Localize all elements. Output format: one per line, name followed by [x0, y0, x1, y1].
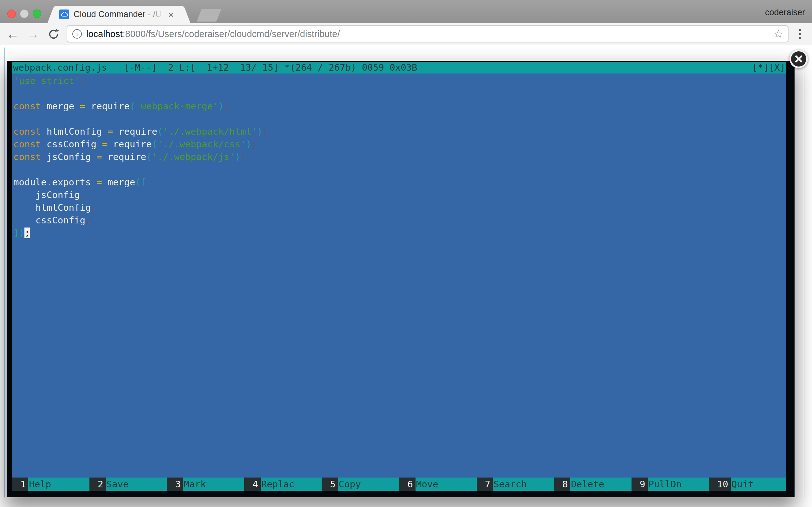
- reload-icon[interactable]: [47, 27, 60, 41]
- fn-key-label: Delete: [570, 477, 604, 491]
- fn-key-number: 4: [244, 477, 260, 491]
- profile-name: coderaiser: [765, 8, 805, 17]
- code-line: jsConfig,: [13, 188, 786, 201]
- code-line: htmlConfig,: [13, 201, 786, 214]
- window-close-button[interactable]: [7, 9, 16, 18]
- fn-key-search[interactable]: 7Search: [477, 477, 554, 491]
- fn-key-quit[interactable]: 10Quit: [709, 477, 786, 491]
- fn-key-number: 7: [477, 477, 493, 491]
- fn-key-pulldn[interactable]: 9PullDn: [631, 477, 709, 491]
- code-token: =: [102, 139, 107, 150]
- code-token: const: [13, 139, 41, 150]
- editor-status-right[interactable]: [*][X]: [752, 62, 785, 73]
- panel-border-left: [4, 48, 5, 498]
- code-token: htmlConfig: [13, 202, 91, 213]
- fn-key-number: 9: [631, 477, 648, 491]
- code-line: [13, 163, 786, 176]
- code-token: const: [13, 126, 41, 137]
- editor-code[interactable]: 'use strict'; const merge = require('web…: [12, 73, 786, 477]
- browser-menu-icon[interactable]: ⋮: [793, 26, 807, 42]
- window-zoom-button[interactable]: [33, 9, 41, 18]
- back-icon[interactable]: ←: [4, 25, 21, 43]
- code-token: =: [96, 152, 102, 162]
- code-token: =: [96, 177, 102, 187]
- fn-key-label: Replac: [261, 477, 295, 491]
- fn-key-label: Mark: [183, 477, 206, 491]
- code-token: (: [146, 152, 152, 162]
- code-token: .: [47, 177, 52, 187]
- code-token: const: [13, 101, 41, 112]
- fn-key-number: 6: [399, 477, 415, 491]
- code-token: merge: [41, 101, 80, 112]
- code-token: require: [85, 101, 130, 112]
- fn-key-replac[interactable]: 4Replac: [244, 477, 322, 491]
- fn-key-label: Save: [106, 477, 129, 491]
- code-token: (: [152, 139, 157, 150]
- browser-tab[interactable]: Cloud Commander - /Users/co ×: [55, 6, 183, 23]
- code-token: 'webpack-merge': [135, 101, 218, 112]
- bookmark-star-icon[interactable]: ☆: [773, 27, 783, 41]
- editor-overlay: webpack.config.js [-M--] 2 L:[ 1+12 13/ …: [7, 61, 795, 497]
- fn-key-number: 3: [167, 477, 183, 491]
- code-token: cssConfig: [13, 215, 85, 226]
- code-token: './.webpack/css': [157, 139, 246, 150]
- code-token: ): [257, 126, 262, 137]
- window-titlebar: Cloud Commander - /Users/co × coderaiser: [0, 0, 812, 23]
- tab-title: Cloud Commander - /Users/co: [73, 9, 165, 19]
- code-token: ;: [252, 139, 257, 150]
- code-token: require: [113, 126, 157, 137]
- code-token: require: [107, 139, 152, 150]
- code-token: 'use strict': [13, 75, 80, 86]
- code-token: jsConfig: [41, 152, 96, 162]
- code-line: module.exports = merge([: [13, 176, 786, 188]
- url-text[interactable]: localhost:8000/fs/Users/coderaiser/cloud…: [86, 29, 340, 39]
- editor-status-left: webpack.config.js [-M--] 2 L:[ 1+12 13/ …: [13, 62, 417, 73]
- text-cursor: ;: [24, 228, 30, 238]
- fn-key-mark[interactable]: 3Mark: [167, 477, 244, 491]
- window-minimize-button[interactable]: [20, 9, 29, 18]
- code-line: [13, 87, 786, 100]
- fn-key-move[interactable]: 6Move: [399, 477, 476, 491]
- code-token: (: [130, 101, 135, 112]
- code-token: ;: [80, 75, 85, 86]
- editor-close-button[interactable]: [790, 50, 808, 68]
- code-token: ;: [224, 101, 229, 112]
- fn-key-number: 10: [709, 477, 731, 491]
- code-token: ;: [241, 152, 246, 162]
- code-token: cssConfig: [41, 139, 102, 150]
- code-token: ): [218, 101, 223, 112]
- code-token: './.webpack/html': [163, 126, 257, 137]
- code-token: =: [80, 101, 85, 112]
- code-token: ,: [85, 215, 91, 226]
- code-line: ]);: [13, 227, 786, 239]
- fn-key-label: Move: [415, 477, 438, 491]
- code-token: (: [157, 126, 163, 137]
- code-token: jsConfig: [13, 189, 80, 200]
- site-info-icon[interactable]: i: [72, 29, 82, 39]
- url-path: :8000/fs/Users/coderaiser/cloudcmd/serve…: [122, 29, 340, 39]
- editor-statusbar: webpack.config.js [-M--] 2 L:[ 1+12 13/ …: [12, 62, 786, 73]
- code-line: const cssConfig = require('./.webpack/cs…: [13, 138, 786, 151]
- code-line: 'use strict';: [13, 74, 786, 87]
- fn-key-number: 1: [12, 477, 28, 491]
- panel-border-right: [804, 48, 804, 498]
- fn-key-help[interactable]: 1Help: [12, 477, 90, 491]
- new-tab-button[interactable]: [197, 9, 221, 21]
- editor-fnbar: 1Help2Save3Mark4Replac5Copy6Move7Search8…: [12, 477, 786, 491]
- code-token: htmlConfig: [41, 126, 107, 137]
- code-token: ): [246, 139, 251, 150]
- forward-icon[interactable]: →: [25, 25, 41, 43]
- code-token: require: [102, 152, 146, 162]
- address-bar[interactable]: i localhost:8000/fs/Users/coderaiser/clo…: [67, 25, 789, 43]
- code-token: const: [13, 152, 41, 162]
- tab-favicon-cloud-icon: [59, 9, 69, 19]
- tab-close-icon[interactable]: ×: [165, 10, 176, 19]
- fn-key-number: 5: [322, 477, 338, 491]
- fn-key-delete[interactable]: 8Delete: [554, 477, 631, 491]
- code-token: ,: [91, 202, 96, 213]
- code-line: const jsConfig = require('./.webpack/js'…: [13, 151, 786, 163]
- code-token: ): [235, 152, 240, 162]
- fn-key-copy[interactable]: 5Copy: [322, 477, 399, 491]
- fn-key-save[interactable]: 2Save: [90, 477, 167, 491]
- code-token: =: [107, 126, 113, 137]
